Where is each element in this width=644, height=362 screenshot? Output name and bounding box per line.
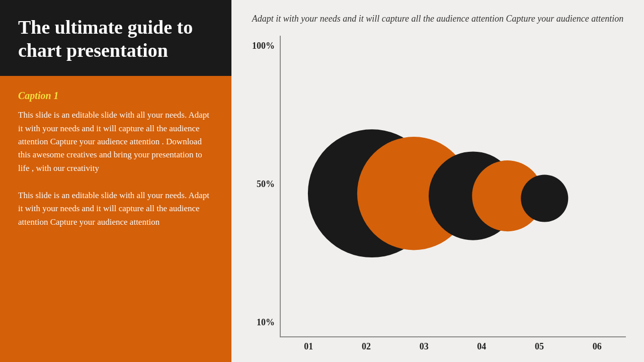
main-container: The ultimate guide to chart presentation… [0,0,644,362]
caption-text-1: This slide is an editable slide with all… [18,109,213,175]
chart-area: 100% 50% 10% [250,36,626,352]
title-block: The ultimate guide to chart presentation [0,0,231,76]
content-block: Caption 1 This slide is an editable slid… [0,76,231,362]
caption-label: Caption 1 [18,90,213,102]
x-label-03: 03 [395,341,453,352]
left-panel: The ultimate guide to chart presentation… [0,0,231,362]
main-title: The ultimate guide to chart presentation [18,16,213,62]
x-label-02: 02 [338,341,395,352]
y-label-10: 10% [250,317,275,328]
chart-plot [280,36,626,337]
x-label-01: 01 [280,341,338,352]
chart-body: 01 02 03 04 05 06 [280,36,626,352]
chart-subtitle: Adapt it with your needs and it will cap… [250,12,626,26]
bubble-chart [281,36,626,336]
y-axis: 100% 50% 10% [250,36,280,352]
caption-text-2: This slide is an editable slide with all… [18,189,213,229]
bubble-small-black [521,174,568,222]
x-label-04: 04 [453,341,511,352]
x-label-06: 06 [568,341,626,352]
x-axis: 01 02 03 04 05 06 [280,337,626,352]
y-label-50: 50% [250,179,275,190]
right-panel: Adapt it with your needs and it will cap… [231,0,644,362]
x-label-05: 05 [511,341,569,352]
y-label-100: 100% [250,41,275,51]
